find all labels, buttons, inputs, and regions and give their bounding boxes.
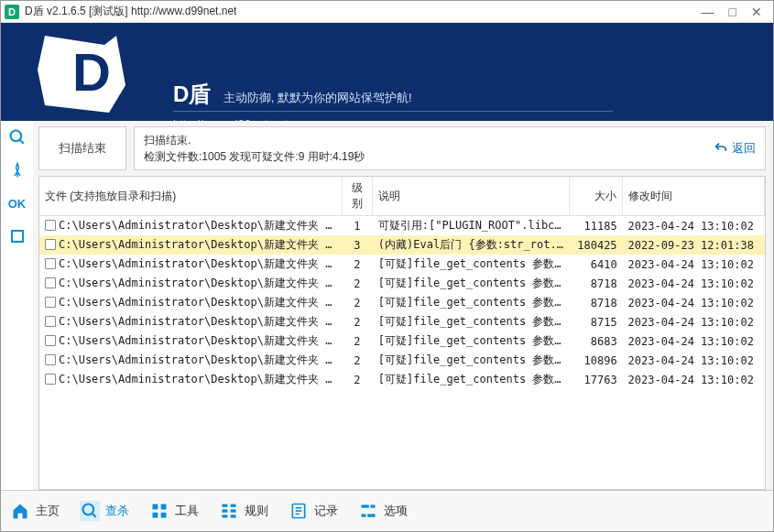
svg-rect-16	[231, 515, 236, 517]
svg-rect-12	[231, 505, 236, 507]
svg-rect-9	[153, 513, 158, 518]
svg-rect-11	[223, 505, 228, 507]
cell-desc: [可疑]file_get_contents 参数...	[373, 370, 570, 389]
svg-rect-7	[153, 505, 158, 510]
nav-log[interactable]: 记录	[289, 501, 338, 521]
svg-point-5	[83, 505, 94, 516]
svg-rect-8	[161, 505, 167, 510]
back-button[interactable]: 返回	[714, 140, 756, 157]
cell-mtime: 2022-09-23 12:01:38	[623, 235, 765, 255]
scan-button[interactable]: 扫描结束	[59, 140, 106, 157]
window-controls: — □ ✕	[702, 5, 769, 19]
banner-logo: D	[17, 28, 155, 121]
result-table: 文件 (支持拖放目录和扫描) 级别 说明 大小 修改时间 C:\Users\Ad…	[39, 177, 765, 389]
cell-desc: (内藏)Eval后门 {参数:str_rot...	[373, 235, 570, 255]
banner-url: http://www.d99net.net	[173, 111, 613, 121]
cell-level: 3	[342, 235, 373, 255]
nav-rules-label: 规则	[245, 503, 268, 519]
cell-size: 8683	[570, 331, 623, 351]
nav-rules[interactable]: 规则	[219, 501, 268, 521]
cell-mtime: 2023-04-24 13:10:02	[623, 370, 765, 389]
cell-file: C:\Users\Administrator\Desktop\新建文件夹 (..…	[39, 370, 342, 389]
cell-size: 8718	[570, 274, 623, 293]
table-row[interactable]: C:\Users\Administrator\Desktop\新建文件夹 (..…	[39, 312, 765, 331]
cell-file: C:\Users\Administrator\Desktop\新建文件夹 (..…	[39, 216, 342, 236]
cell-mtime: 2023-04-24 13:10:02	[623, 274, 765, 293]
svg-line-3	[19, 140, 23, 144]
nav-options[interactable]: 选项	[358, 501, 408, 521]
svg-rect-21	[362, 505, 369, 507]
cell-size: 11185	[570, 216, 623, 236]
cell-mtime: 2023-04-24 13:10:02	[623, 331, 765, 351]
banner: D D盾 主动防御, 默默为你的网站保驾护航! http://www.d99ne…	[1, 23, 773, 121]
cell-size: 6410	[570, 255, 623, 274]
cell-file: C:\Users\Administrator\Desktop\新建文件夹 (..…	[39, 235, 342, 255]
status-box: 扫描结束. 检测文件数:1005 发现可疑文件:9 用时:4.19秒 返回	[134, 126, 766, 170]
nav-tools[interactable]: 工具	[149, 501, 199, 521]
table-row[interactable]: C:\Users\Administrator\Desktop\新建文件夹 (..…	[39, 235, 765, 255]
col-mtime[interactable]: 修改时间	[623, 177, 765, 216]
search-icon	[80, 501, 100, 521]
table-row[interactable]: C:\Users\Administrator\Desktop\新建文件夹 (..…	[39, 216, 765, 236]
cell-level: 2	[342, 274, 373, 293]
table-row[interactable]: C:\Users\Administrator\Desktop\新建文件夹 (..…	[39, 255, 765, 274]
cell-desc: [可疑]file_get_contents 参数...	[373, 274, 570, 293]
file-icon	[45, 277, 56, 288]
table-row[interactable]: C:\Users\Administrator\Desktop\新建文件夹 (..…	[39, 293, 765, 312]
cell-mtime: 2023-04-24 13:10:02	[623, 216, 765, 236]
cell-size: 8718	[570, 293, 623, 312]
col-file[interactable]: 文件 (支持拖放目录和扫描)	[39, 177, 342, 216]
cell-mtime: 2023-04-24 13:10:02	[623, 255, 765, 274]
svg-rect-24	[367, 514, 375, 516]
cell-size: 17763	[570, 370, 623, 389]
svg-rect-22	[371, 505, 376, 507]
result-table-box: 文件 (支持拖放目录和扫描) 级别 说明 大小 修改时间 C:\Users\Ad…	[38, 176, 766, 490]
cell-level: 2	[342, 331, 373, 351]
cell-file: C:\Users\Administrator\Desktop\新建文件夹 (..…	[39, 255, 342, 274]
sidetab-search[interactable]	[6, 126, 28, 148]
col-size[interactable]: 大小	[570, 177, 623, 216]
nav-home-label: 主页	[36, 503, 60, 519]
cell-desc: [可疑]file_get_contents 参数...	[373, 312, 570, 331]
file-icon	[45, 354, 56, 365]
close-button[interactable]: ✕	[751, 5, 762, 19]
svg-rect-23	[362, 514, 366, 516]
sidetab-box[interactable]	[6, 225, 28, 247]
sidetab-ok[interactable]: OK	[6, 192, 28, 214]
status-line1: 扫描结束.	[144, 132, 365, 148]
rules-icon	[219, 501, 239, 521]
nav-home[interactable]: 主页	[10, 501, 60, 521]
table-row[interactable]: C:\Users\Administrator\Desktop\新建文件夹 (..…	[39, 331, 765, 351]
svg-rect-13	[223, 509, 228, 512]
cell-level: 2	[342, 293, 373, 312]
sidetab-hand[interactable]	[6, 159, 28, 181]
col-desc[interactable]: 说明	[373, 177, 570, 216]
svg-line-6	[93, 514, 96, 517]
minimize-button[interactable]: —	[702, 5, 714, 19]
options-icon	[358, 501, 378, 521]
cell-file: C:\Users\Administrator\Desktop\新建文件夹 (..…	[39, 312, 342, 331]
svg-rect-14	[231, 509, 236, 512]
cell-desc: [可疑]file_get_contents 参数...	[373, 351, 570, 370]
table-row[interactable]: C:\Users\Administrator\Desktop\新建文件夹 (..…	[39, 274, 765, 293]
cell-desc: [可疑]file_get_contents 参数...	[373, 331, 570, 351]
cell-file: C:\Users\Administrator\Desktop\新建文件夹 (..…	[39, 351, 342, 370]
cell-level: 1	[342, 216, 373, 236]
file-icon	[45, 220, 56, 231]
nav-tools-label: 工具	[175, 503, 199, 519]
col-level[interactable]: 级别	[342, 177, 373, 216]
maximize-button[interactable]: □	[729, 5, 736, 19]
tools-icon	[149, 501, 169, 521]
nav-scan-label: 查杀	[105, 503, 129, 519]
file-icon	[45, 297, 56, 308]
file-icon	[45, 258, 56, 269]
top-row: 扫描结束 扫描结束. 检测文件数:1005 发现可疑文件:9 用时:4.19秒 …	[38, 126, 766, 170]
cell-level: 2	[342, 255, 373, 274]
nav-scan[interactable]: 查杀	[80, 501, 129, 521]
table-row[interactable]: C:\Users\Administrator\Desktop\新建文件夹 (..…	[39, 370, 765, 389]
status-text: 扫描结束. 检测文件数:1005 发现可疑文件:9 用时:4.19秒	[144, 132, 365, 165]
file-icon	[45, 335, 56, 346]
cell-file: C:\Users\Administrator\Desktop\新建文件夹 (..…	[39, 331, 342, 351]
table-row[interactable]: C:\Users\Administrator\Desktop\新建文件夹 (..…	[39, 351, 765, 370]
cell-desc: [可疑]file_get_contents 参数...	[373, 255, 570, 274]
